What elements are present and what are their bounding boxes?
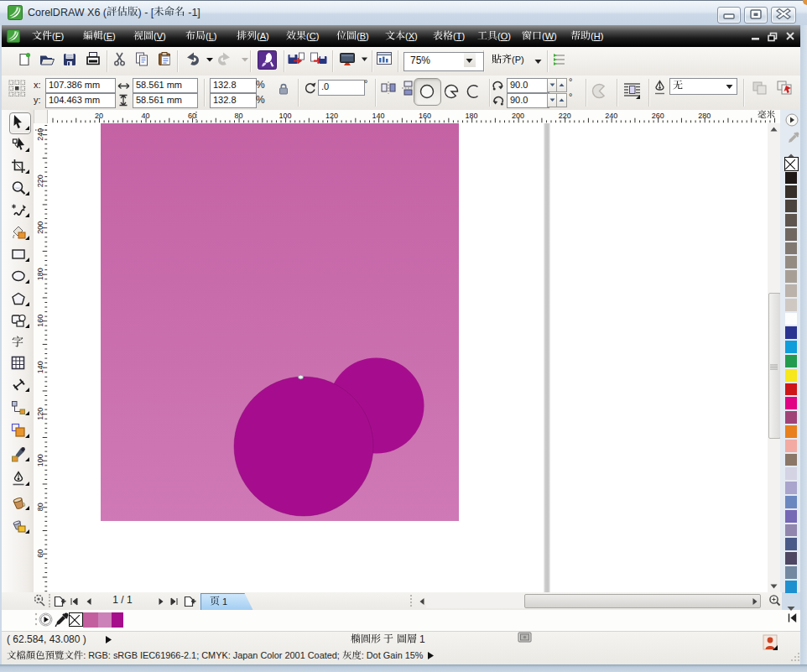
- svg-text:240: 240: [36, 128, 44, 141]
- svg-text:180: 180: [36, 268, 44, 280]
- svg-text:100: 100: [279, 112, 292, 120]
- svg-text:40: 40: [142, 112, 150, 120]
- svg-text:240: 240: [605, 112, 617, 120]
- svg-text:80: 80: [36, 503, 44, 511]
- svg-text:180: 180: [466, 112, 478, 120]
- svg-text:200: 200: [36, 221, 44, 234]
- svg-text:60: 60: [188, 112, 196, 120]
- svg-text:200: 200: [512, 112, 524, 120]
- svg-text:120: 120: [36, 408, 44, 420]
- svg-text:60: 60: [36, 550, 44, 558]
- svg-text:280: 280: [698, 112, 711, 120]
- svg-text:120: 120: [325, 112, 338, 120]
- svg-text:160: 160: [36, 315, 44, 327]
- svg-text:80: 80: [235, 112, 243, 120]
- svg-text:140: 140: [36, 361, 44, 373]
- svg-text:140: 140: [372, 112, 385, 120]
- svg-text:20: 20: [95, 112, 103, 120]
- svg-text:160: 160: [419, 112, 431, 120]
- svg-text:260: 260: [652, 112, 664, 120]
- svg-text:220: 220: [36, 175, 44, 187]
- svg-text:220: 220: [559, 112, 571, 120]
- svg-text:100: 100: [36, 454, 44, 466]
